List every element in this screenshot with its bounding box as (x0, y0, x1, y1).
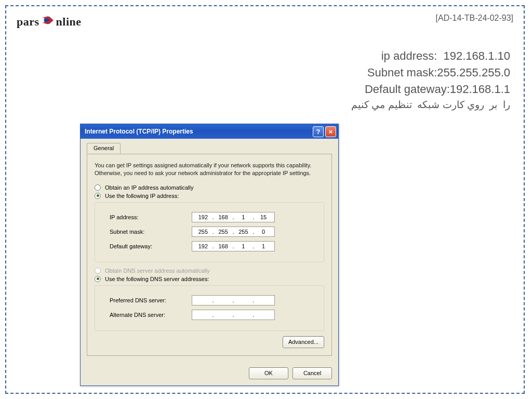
alternate-dns-row: Alternate DNS server: . . . (110, 310, 316, 320)
dns-settings-group: Preferred DNS server: . . . Alternate DN… (95, 285, 324, 331)
page-container: pars nline [AD-14-TB-24-02-93] ip addres… (5, 5, 525, 394)
subnet-mask-row: Subnet mask: 255. 255. 255. 0 (110, 227, 316, 237)
alternate-dns-field[interactable]: . . . (192, 310, 275, 320)
network-info-block: ip address: 192.168.1.10 Subnet mask:255… (17, 48, 510, 112)
info-subnet: Subnet mask:255.255.255.0 (17, 64, 510, 81)
logo-text-left: pars (17, 15, 39, 29)
advanced-row: Advanced... (95, 336, 324, 348)
document-reference: [AD-14-TB-24-02-93] (436, 14, 513, 23)
radio-label: Obtain an IP address automatically (105, 184, 193, 191)
radio-icon (95, 268, 101, 274)
close-button[interactable]: × (325, 126, 336, 137)
logo-text-right: nline (56, 15, 82, 29)
radio-icon (95, 184, 101, 191)
alternate-dns-label: Alternate DNS server: (110, 312, 192, 318)
dialog-title: Internet Protocol (TCP/IP) Properties (85, 128, 193, 135)
subnet-mask-label: Subnet mask: (110, 229, 192, 235)
tab-panel: You can get IP settings assigned automat… (87, 154, 332, 356)
description-text: You can get IP settings assigned automat… (95, 162, 324, 177)
ip-address-row: IP address: 192. 168. 1. 15 (110, 212, 316, 222)
logo: pars nline (17, 14, 82, 30)
help-icon: ? (316, 128, 321, 136)
radio-obtain-ip-auto[interactable]: Obtain an IP address automatically (95, 184, 324, 191)
default-gateway-label: Default gateway: (110, 243, 192, 249)
dialog-position: Internet Protocol (TCP/IP) Properties ? … (80, 124, 339, 386)
radio-use-following-ip[interactable]: Use the following IP address: (95, 193, 324, 199)
radio-icon (95, 193, 101, 199)
tab-general[interactable]: General (87, 143, 121, 154)
tab-strip: General (87, 143, 332, 154)
radio-use-following-dns[interactable]: Use the following DNS server addresses: (95, 276, 324, 282)
tcpip-properties-dialog: Internet Protocol (TCP/IP) Properties ? … (80, 124, 339, 386)
preferred-dns-field[interactable]: . . . (192, 295, 275, 305)
ip-address-field[interactable]: 192. 168. 1. 15 (192, 212, 275, 222)
ok-button[interactable]: OK (249, 367, 288, 379)
cancel-button[interactable]: Cancel (292, 367, 332, 379)
help-button[interactable]: ? (313, 126, 324, 137)
default-gateway-field[interactable]: 192. 168. 1. 1 (192, 241, 275, 251)
info-ip: ip address: 192.168.1.10 (17, 48, 510, 64)
radio-label: Obtain DNS server address automatically (105, 268, 210, 274)
ip-settings-group: IP address: 192. 168. 1. 15 Subnet mask: (95, 202, 324, 262)
radio-label: Use the following DNS server addresses: (105, 276, 209, 282)
radio-icon (95, 276, 101, 282)
header: pars nline [AD-14-TB-24-02-93] (17, 14, 513, 30)
close-icon: × (329, 128, 333, 136)
titlebar-buttons: ? × (313, 126, 336, 137)
dialog-footer: OK Cancel (81, 362, 338, 385)
radio-obtain-dns-auto: Obtain DNS server address automatically (95, 268, 324, 274)
default-gateway-row: Default gateway: 192. 168. 1. 1 (110, 241, 316, 251)
titlebar[interactable]: Internet Protocol (TCP/IP) Properties ? … (81, 124, 338, 139)
preferred-dns-label: Preferred DNS server: (110, 297, 192, 303)
preferred-dns-row: Preferred DNS server: . . . (110, 295, 316, 305)
ip-address-label: IP address: (110, 214, 192, 220)
dialog-body: General You can get IP settings assigned… (81, 139, 338, 362)
radio-label: Use the following IP address: (105, 193, 179, 199)
subnet-mask-field[interactable]: 255. 255. 255. 0 (192, 227, 275, 237)
globe-swirl-icon (41, 14, 55, 30)
info-gateway: Default gateway:192.168.1.1 (17, 81, 510, 98)
info-farsi: را بر روي کارت شبکه تنظيم مي کنيم (17, 98, 510, 112)
advanced-button[interactable]: Advanced... (283, 336, 324, 348)
